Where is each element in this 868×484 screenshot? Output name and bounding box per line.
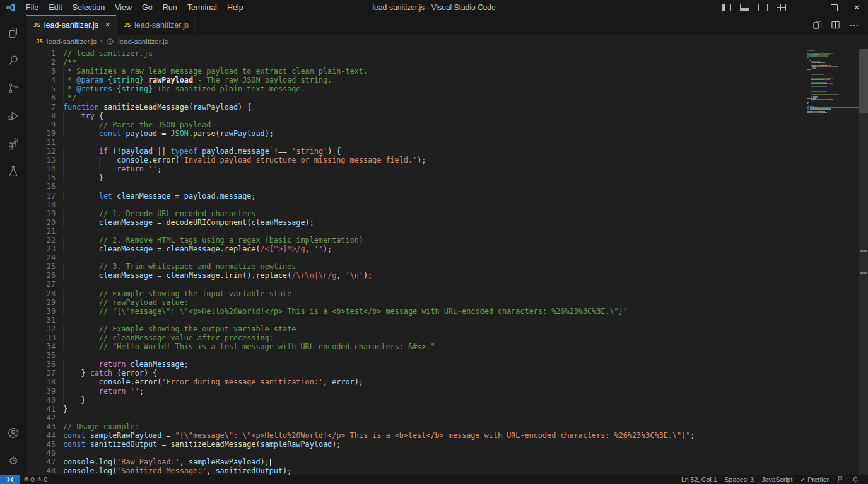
code-line[interactable]: 48console.log('Sanitized Message:', sani… bbox=[26, 466, 807, 475]
menu-edit[interactable]: Edit bbox=[44, 3, 67, 12]
code-line-text[interactable]: } bbox=[63, 396, 86, 405]
code-line-text[interactable]: // 1. Decode URL-encoded characters bbox=[63, 209, 255, 218]
run-and-debug-icon[interactable] bbox=[0, 102, 26, 130]
line-number[interactable]: 18 bbox=[26, 200, 56, 209]
tab-close-icon[interactable]: ✕ bbox=[105, 21, 110, 29]
code-line-text[interactable]: const sampleRawPayload = "{\"message\": … bbox=[63, 431, 695, 440]
line-number[interactable]: 22 bbox=[26, 236, 56, 245]
code-line[interactable]: 3 * Sanitizes a raw lead message payload… bbox=[26, 67, 807, 76]
code-line[interactable]: 7function sanitizeLeadMessage(rawPayload… bbox=[26, 103, 807, 112]
code-line[interactable]: 44const sampleRawPayload = "{\"message\"… bbox=[26, 431, 807, 440]
menu-terminal[interactable]: Terminal bbox=[182, 3, 222, 12]
settings-gear-icon[interactable]: ⚙ bbox=[0, 447, 26, 475]
code-line-text[interactable]: /** bbox=[63, 58, 76, 67]
code-line[interactable]: 46 bbox=[26, 449, 807, 458]
code-line-text[interactable]: // Example showing the output variable s… bbox=[63, 325, 296, 333]
scrollbar-slider[interactable] bbox=[859, 49, 868, 113]
line-number[interactable]: 23 bbox=[26, 245, 56, 253]
code-line-text[interactable]: if (!payload || typeof payload.message !… bbox=[63, 147, 341, 156]
line-number[interactable]: 5 bbox=[26, 84, 56, 93]
line-number[interactable]: 19 bbox=[26, 209, 56, 218]
line-number[interactable]: 15 bbox=[26, 173, 56, 182]
code-line[interactable]: 30 // "{\"message\": \"<p>Hello%20World!… bbox=[26, 307, 807, 316]
code-line-text[interactable]: // Parse the JSON payload bbox=[63, 120, 211, 129]
line-number[interactable]: 3 bbox=[26, 67, 56, 76]
line-number[interactable]: 35 bbox=[26, 351, 56, 360]
close-button[interactable]: ✕ bbox=[845, 0, 868, 15]
line-number[interactable]: 1 bbox=[26, 49, 56, 58]
code-line[interactable]: 17 let cleanMessage = payload.message; bbox=[26, 192, 807, 200]
formatter-status[interactable]: ✓ Prettier bbox=[796, 475, 833, 484]
line-number[interactable]: 28 bbox=[26, 289, 56, 298]
code-line[interactable]: 1// lead-sanitizer.js bbox=[26, 49, 807, 58]
code-line-text[interactable]: */ bbox=[63, 93, 76, 102]
menu-run[interactable]: Run bbox=[158, 3, 182, 12]
code-line-text[interactable]: // cleanMessage value after processing: bbox=[63, 333, 274, 342]
code-line[interactable]: 40 } bbox=[26, 396, 807, 405]
code-line[interactable]: 15 } bbox=[26, 173, 807, 182]
code-line-text[interactable]: console.error('Error during message sani… bbox=[63, 377, 363, 386]
code-line-text[interactable]: // "{\"message\": \"<p>Hello%20World!</p… bbox=[63, 307, 628, 316]
scrollbar[interactable] bbox=[859, 49, 868, 475]
line-number[interactable]: 2 bbox=[26, 58, 56, 67]
line-number[interactable]: 44 bbox=[26, 431, 56, 440]
line-number[interactable]: 47 bbox=[26, 458, 56, 466]
code-line[interactable]: 13 console.error('Invalid payload struct… bbox=[26, 156, 807, 164]
more-actions-icon[interactable]: ⋯ bbox=[849, 22, 859, 28]
code-line[interactable]: 9 // Parse the JSON payload bbox=[26, 120, 807, 129]
menu-go[interactable]: Go bbox=[137, 3, 158, 12]
toggle-secondary-sidebar-icon[interactable] bbox=[758, 4, 768, 11]
line-number[interactable]: 36 bbox=[26, 360, 56, 369]
line-number[interactable]: 14 bbox=[26, 164, 56, 173]
line-number[interactable]: 10 bbox=[26, 129, 56, 138]
code-line[interactable]: 18 bbox=[26, 200, 807, 209]
code-line[interactable]: 43// Usage example: bbox=[26, 422, 807, 431]
code-line[interactable]: 16 bbox=[26, 182, 807, 191]
code-line-text[interactable]: * @param {string} rawPayload - The raw J… bbox=[63, 76, 332, 84]
line-number[interactable]: 41 bbox=[26, 405, 56, 413]
feedback-icon[interactable] bbox=[833, 475, 848, 484]
maximize-button[interactable] bbox=[823, 0, 845, 15]
line-number[interactable]: 21 bbox=[26, 227, 56, 236]
code-line-text[interactable]: cleanMessage = cleanMessage.replace(/<[^… bbox=[63, 245, 332, 253]
language-mode[interactable]: JavaScript bbox=[758, 475, 796, 484]
remote-indicator[interactable]: ❯❮ bbox=[0, 475, 20, 484]
line-number[interactable]: 46 bbox=[26, 449, 56, 458]
code-line[interactable]: 19 // 1. Decode URL-encoded characters bbox=[26, 209, 807, 218]
code-line-text[interactable]: * @returns {string} The sanitized plain-… bbox=[63, 84, 305, 93]
indentation-setting[interactable]: Spaces: 3 bbox=[721, 475, 758, 484]
code-line-text[interactable]: console.log('Raw Payload:', sampleRawPay… bbox=[63, 458, 271, 466]
toggle-panel-icon[interactable] bbox=[740, 4, 749, 11]
menu-selection[interactable]: Selection bbox=[67, 3, 110, 12]
code-line[interactable]: 34 // "Hello World! This is a test messa… bbox=[26, 342, 807, 351]
code-line[interactable]: 23 cleanMessage = cleanMessage.replace(/… bbox=[26, 245, 807, 253]
code-line-text[interactable]: // "Hello World! This is a test message … bbox=[63, 342, 435, 351]
line-number[interactable]: 40 bbox=[26, 396, 56, 405]
code-line[interactable]: 47console.log('Raw Payload:', sampleRawP… bbox=[26, 458, 807, 466]
code-line[interactable]: 32 // Example showing the output variabl… bbox=[26, 325, 807, 333]
code-line[interactable]: 20 cleanMessage = decodeURIComponent(cle… bbox=[26, 218, 807, 227]
code-line[interactable]: 45const sanitizedOutput = sanitizeLeadMe… bbox=[26, 440, 807, 449]
breadcrumb-file[interactable]: lead-sanitizer.js bbox=[47, 38, 97, 45]
explorer-icon[interactable] bbox=[0, 19, 26, 47]
line-number[interactable]: 7 bbox=[26, 103, 56, 112]
line-number[interactable]: 11 bbox=[26, 138, 56, 147]
line-number[interactable]: 45 bbox=[26, 440, 56, 449]
line-number[interactable]: 16 bbox=[26, 182, 56, 191]
line-number[interactable]: 24 bbox=[26, 253, 56, 262]
line-number[interactable]: 17 bbox=[26, 192, 56, 200]
code-lines[interactable]: 1// lead-sanitizer.js2/**3 * Sanitizes a… bbox=[26, 49, 807, 475]
line-number[interactable]: 48 bbox=[26, 466, 56, 475]
code-line[interactable]: 31 bbox=[26, 316, 807, 325]
code-line[interactable]: 6 */ bbox=[26, 93, 807, 102]
code-line[interactable]: 5 * @returns {string} The sanitized plai… bbox=[26, 84, 807, 93]
line-number[interactable]: 33 bbox=[26, 333, 56, 342]
code-line-text[interactable]: // 3. Trim whitespace and normalize newl… bbox=[63, 262, 296, 271]
extensions-icon[interactable] bbox=[0, 130, 26, 158]
code-line[interactable]: 24 bbox=[26, 253, 807, 262]
line-number[interactable]: 42 bbox=[26, 413, 56, 422]
menu-help[interactable]: Help bbox=[222, 3, 249, 12]
line-number[interactable]: 32 bbox=[26, 325, 56, 333]
code-line[interactable]: 35 bbox=[26, 351, 807, 360]
line-number[interactable]: 27 bbox=[26, 280, 56, 289]
